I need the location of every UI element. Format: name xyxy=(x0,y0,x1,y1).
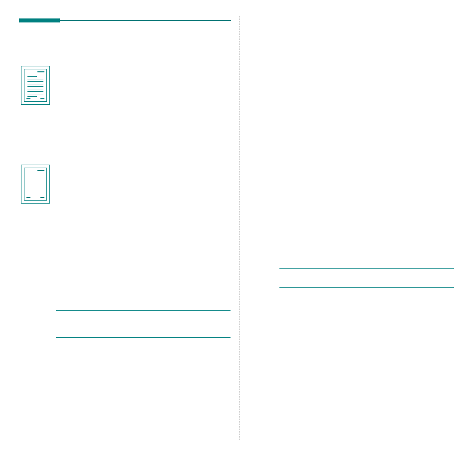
horizontal-rule xyxy=(279,268,454,269)
horizontal-rule xyxy=(279,287,454,288)
horizontal-rule xyxy=(56,337,231,338)
blank-document-icon xyxy=(21,165,50,204)
progress-fill xyxy=(19,18,60,22)
horizontal-rule xyxy=(56,310,231,311)
document-page xyxy=(0,0,476,476)
column-divider xyxy=(239,16,240,440)
document-with-text-icon xyxy=(21,66,50,105)
